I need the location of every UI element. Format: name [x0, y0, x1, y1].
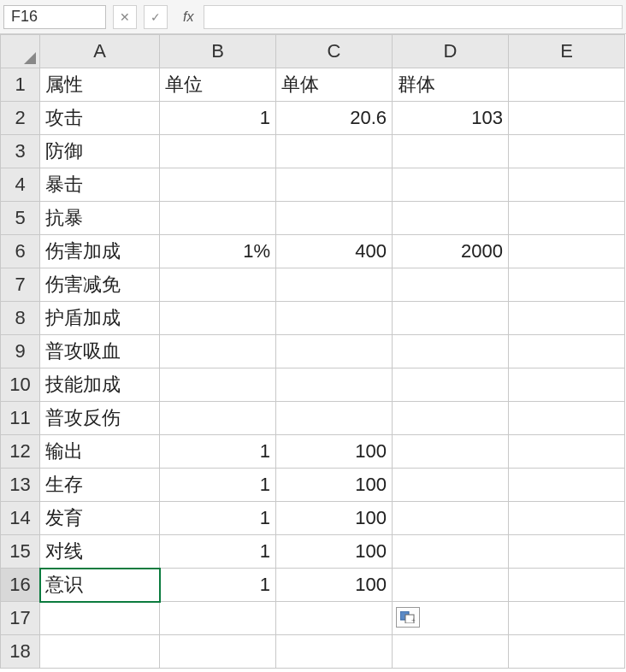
cell-B17[interactable] — [160, 602, 276, 635]
cell-A13[interactable]: 生存 — [40, 469, 160, 502]
row-header-2[interactable]: 2 — [1, 102, 40, 135]
cell-E7[interactable] — [509, 268, 625, 302]
spreadsheet-grid[interactable]: ABCDE 1属性单位单体群体2攻击120.61033防御4暴击5抗暴6伤害加成… — [0, 34, 626, 669]
cell-B10[interactable] — [160, 368, 276, 402]
cell-B3[interactable] — [160, 135, 276, 168]
row-header-11[interactable]: 11 — [1, 402, 40, 435]
formula-bar[interactable] — [204, 5, 623, 29]
cell-A7[interactable]: 伤害减免 — [40, 268, 160, 302]
cell-B2[interactable]: 1 — [160, 102, 276, 135]
cell-B9[interactable] — [160, 335, 276, 368]
cell-C4[interactable] — [276, 168, 393, 202]
column-header-D[interactable]: D — [393, 35, 509, 68]
cell-D2[interactable]: 103 — [393, 102, 509, 135]
cell-B7[interactable] — [160, 268, 276, 302]
cell-D7[interactable] — [393, 268, 509, 302]
cell-B18[interactable] — [160, 635, 276, 669]
cell-E16[interactable] — [509, 569, 625, 602]
cell-E8[interactable] — [509, 302, 625, 335]
row-header-13[interactable]: 13 — [1, 469, 40, 502]
row-header-4[interactable]: 4 — [1, 168, 40, 202]
column-header-C[interactable]: C — [276, 35, 393, 68]
column-header-B[interactable]: B — [160, 35, 276, 68]
column-header-E[interactable]: E — [509, 35, 625, 68]
cell-C1[interactable]: 单体 — [276, 68, 393, 102]
cell-A1[interactable]: 属性 — [40, 68, 160, 102]
cell-C15[interactable]: 100 — [276, 535, 393, 569]
cell-E13[interactable] — [509, 469, 625, 502]
cell-C14[interactable]: 100 — [276, 502, 393, 535]
cell-C5[interactable] — [276, 202, 393, 235]
cell-D4[interactable] — [393, 168, 509, 202]
cell-B4[interactable] — [160, 168, 276, 202]
cell-B6[interactable]: 1% — [160, 235, 276, 268]
cell-E4[interactable] — [509, 168, 625, 202]
cell-E3[interactable] — [509, 135, 625, 168]
cell-A8[interactable]: 护盾加成 — [40, 302, 160, 335]
cell-C10[interactable] — [276, 368, 393, 402]
cell-A6[interactable]: 伤害加成 — [40, 235, 160, 268]
cell-A16[interactable]: 意识 — [40, 569, 160, 602]
row-header-15[interactable]: 15 — [1, 535, 40, 569]
cell-E18[interactable] — [509, 635, 625, 669]
cancel-icon[interactable]: ✕ — [113, 5, 137, 29]
cell-A17[interactable] — [40, 602, 160, 635]
cell-E17[interactable] — [509, 602, 625, 635]
cell-C16[interactable]: 100 — [276, 569, 393, 602]
cell-C2[interactable]: 20.6 — [276, 102, 393, 135]
cell-B1[interactable]: 单位 — [160, 68, 276, 102]
cell-D3[interactable] — [393, 135, 509, 168]
cell-B16[interactable]: 1 — [160, 569, 276, 602]
cell-D1[interactable]: 群体 — [393, 68, 509, 102]
cell-D11[interactable] — [393, 402, 509, 435]
cell-B15[interactable]: 1 — [160, 535, 276, 569]
row-header-17[interactable]: 17 — [1, 602, 40, 635]
cell-B11[interactable] — [160, 402, 276, 435]
cell-A2[interactable]: 攻击 — [40, 102, 160, 135]
cell-D13[interactable] — [393, 469, 509, 502]
cell-D9[interactable] — [393, 335, 509, 368]
row-header-7[interactable]: 7 — [1, 268, 40, 302]
row-header-16[interactable]: 16 — [1, 569, 40, 602]
cell-D5[interactable] — [393, 202, 509, 235]
cell-C9[interactable] — [276, 335, 393, 368]
fx-icon[interactable]: fx — [183, 9, 193, 25]
row-header-8[interactable]: 8 — [1, 302, 40, 335]
cell-E14[interactable] — [509, 502, 625, 535]
cell-C7[interactable] — [276, 268, 393, 302]
cell-A12[interactable]: 输出 — [40, 435, 160, 469]
cell-E15[interactable] — [509, 535, 625, 569]
row-header-1[interactable]: 1 — [1, 68, 40, 102]
cell-E11[interactable] — [509, 402, 625, 435]
cell-C13[interactable]: 100 — [276, 469, 393, 502]
cell-A5[interactable]: 抗暴 — [40, 202, 160, 235]
cell-B8[interactable] — [160, 302, 276, 335]
cell-C12[interactable]: 100 — [276, 435, 393, 469]
cell-D6[interactable]: 2000 — [393, 235, 509, 268]
cell-C17[interactable] — [276, 602, 393, 635]
cell-D8[interactable] — [393, 302, 509, 335]
cell-E6[interactable] — [509, 235, 625, 268]
cell-C18[interactable] — [276, 635, 393, 669]
row-header-10[interactable]: 10 — [1, 368, 40, 402]
cell-D12[interactable] — [393, 435, 509, 469]
confirm-icon[interactable]: ✓ — [144, 5, 168, 29]
row-header-6[interactable]: 6 — [1, 235, 40, 268]
cell-A15[interactable]: 对线 — [40, 535, 160, 569]
cell-B12[interactable]: 1 — [160, 435, 276, 469]
paste-options-icon[interactable]: + — [396, 607, 420, 628]
cell-C11[interactable] — [276, 402, 393, 435]
cell-D10[interactable] — [393, 368, 509, 402]
cell-E2[interactable] — [509, 102, 625, 135]
cell-E9[interactable] — [509, 335, 625, 368]
cell-B5[interactable] — [160, 202, 276, 235]
cell-C6[interactable]: 400 — [276, 235, 393, 268]
cell-A18[interactable] — [40, 635, 160, 669]
cell-A4[interactable]: 暴击 — [40, 168, 160, 202]
cell-E5[interactable] — [509, 202, 625, 235]
cell-B14[interactable]: 1 — [160, 502, 276, 535]
cell-A3[interactable]: 防御 — [40, 135, 160, 168]
row-header-5[interactable]: 5 — [1, 202, 40, 235]
row-header-12[interactable]: 12 — [1, 435, 40, 469]
column-header-A[interactable]: A — [40, 35, 160, 68]
